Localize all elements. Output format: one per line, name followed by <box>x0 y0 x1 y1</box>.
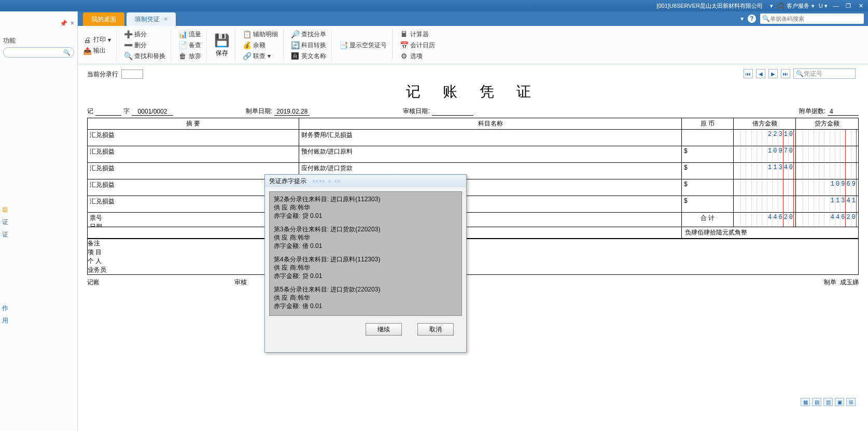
close-panel-icon[interactable]: × <box>71 20 74 27</box>
recheck-button[interactable]: 📄备查 <box>178 41 201 50</box>
pin-icon[interactable]: 📌 <box>60 20 67 27</box>
dialog-titlebar[interactable]: 凭证赤字提示 ▪▪▪▪ ▪ ▪▪ <box>265 175 466 187</box>
cancel-button[interactable]: 取消 <box>417 323 454 336</box>
restore-button[interactable]: ❐ <box>844 3 852 9</box>
table-row[interactable]: 汇兑损益$10969 <box>88 179 858 196</box>
table-row[interactable]: 汇兑损益应付账款/进口货款$11340 <box>88 163 858 179</box>
side-link[interactable]: 用 <box>2 314 8 327</box>
show-blank-voucher-button[interactable]: 📑显示空凭证号 <box>339 41 387 50</box>
grid-tool-icons: ▦ ▤ ▥ ▣ ⊞ <box>801 398 856 406</box>
u-menu[interactable]: U ▾ <box>819 3 828 9</box>
cell-subject[interactable]: 财务费用/汇兑损益 <box>299 130 682 146</box>
flow-button[interactable]: 📊流量 <box>178 30 201 39</box>
header-credit: 贷方金额 <box>796 118 858 129</box>
tab-voucher[interactable]: 填制凭证 × <box>127 12 176 26</box>
cell-credit[interactable]: 10969 <box>796 179 858 196</box>
cell-debit[interactable]: 10970 <box>734 146 796 162</box>
remark-project: 项 目 <box>88 248 858 257</box>
ji-label: 记 <box>87 107 93 116</box>
cell-debit[interactable]: 11340 <box>734 163 796 179</box>
next-button[interactable]: ▶ <box>768 69 778 78</box>
cell-currency[interactable]: $ <box>682 196 734 212</box>
abandon-button[interactable]: 🗑放弃 <box>178 52 201 61</box>
find-icon: 🔍 <box>124 52 132 60</box>
print-button[interactable]: 🖨打印 ▾ <box>83 35 111 44</box>
first-button[interactable]: ⏮ <box>744 69 753 78</box>
function-search[interactable]: 🔍 <box>3 47 74 58</box>
cell-credit[interactable] <box>796 130 858 146</box>
calculator-button[interactable]: 🖩计算器 <box>400 30 435 39</box>
close-tab-icon[interactable]: × <box>164 16 167 23</box>
cell-subject[interactable]: 预付账款/进口原料 <box>299 146 682 162</box>
btn-label: 保存 <box>216 49 228 58</box>
cell-currency[interactable] <box>682 130 734 146</box>
prev-button[interactable]: ◀ <box>756 69 765 78</box>
btn-label: 删分 <box>134 41 147 50</box>
save-button[interactable]: 💾保存 <box>214 33 230 58</box>
side-link[interactable]: 作 <box>2 302 8 314</box>
link-icon: 🔗 <box>243 52 251 60</box>
help-icon[interactable]: ? <box>748 15 756 23</box>
dialog-title: 凭证赤字提示 <box>269 177 306 186</box>
makedate-value[interactable]: 2019.02.28 <box>274 108 310 116</box>
cell-debit[interactable]: 22310 <box>734 130 796 146</box>
title-bar: [001]U8SERVER昆山太田新材料有限公司 ▾ 🎧 客户服务 ▾ U ▾ … <box>0 0 868 11</box>
cell-credit[interactable] <box>796 146 858 162</box>
export-button[interactable]: 📤输出 <box>83 46 111 55</box>
joint-search-button[interactable]: 🔗联查 ▾ <box>243 52 278 61</box>
detail-icon: 📋 <box>243 30 251 38</box>
cell-credit[interactable] <box>796 163 858 179</box>
remark-body: 项 目 个 人 业务员 <box>88 248 858 274</box>
search-icon: 🔍 <box>63 49 71 56</box>
tab-strip: 我的桌面 填制凭证 × ▾ ? 🔍 <box>0 11 868 26</box>
voucher-no-search[interactable]: 🔍 凭证号 <box>793 68 856 79</box>
current-row-input[interactable] <box>121 69 143 79</box>
cell-debit[interactable] <box>734 179 796 196</box>
cell-summary[interactable]: 汇兑损益 <box>88 130 299 146</box>
table-row[interactable]: 汇兑损益$11341 <box>88 196 858 213</box>
side-link[interactable]: 证 <box>2 228 8 241</box>
close-button[interactable]: ✕ <box>857 3 865 9</box>
side-link-active[interactable]: 益 <box>2 203 8 216</box>
table-row[interactable]: 汇兑损益预付账款/进口原料$10970 <box>88 146 858 163</box>
dropdown-icon[interactable]: ▾ <box>770 3 773 9</box>
tool-icon[interactable]: ⊞ <box>846 398 856 406</box>
dialog-body[interactable]: 第2条分录往来科目: 进口原料(112303)供 应 商:韩华赤字金额: 贷 0… <box>269 191 462 316</box>
aux-detail-button[interactable]: 📋辅助明细 <box>243 30 278 39</box>
english-name-button[interactable]: 🅰英文名称 <box>291 52 326 61</box>
balance-button[interactable]: 💰余额 <box>243 41 278 50</box>
calendar-button[interactable]: 📅会计日历 <box>400 41 435 50</box>
attach-value[interactable]: 4 <box>828 108 859 116</box>
continue-button[interactable]: 继续 <box>366 323 402 336</box>
tab-desktop[interactable]: 我的桌面 <box>83 12 124 26</box>
dialog-title-extra: ▪▪▪▪ ▪ ▪▪ <box>313 177 341 185</box>
tool-icon[interactable]: ▤ <box>812 398 821 406</box>
dropdown-icon[interactable]: ▾ <box>740 15 744 22</box>
delete-row-button[interactable]: ➖删分 <box>124 41 165 50</box>
tool-icon[interactable]: ▦ <box>801 398 810 406</box>
find-entry-button[interactable]: 🔎查找分单 <box>291 30 326 39</box>
subject-convert-button[interactable]: 🔄科目转换 <box>291 41 326 50</box>
options-button[interactable]: ⚙选项 <box>400 52 435 61</box>
side-link[interactable]: 证 <box>2 216 8 228</box>
last-button[interactable]: ⏭ <box>781 69 790 78</box>
minimize-button[interactable]: — <box>832 3 840 9</box>
tool-icon[interactable]: ▥ <box>823 398 833 406</box>
cell-currency[interactable]: $ <box>682 163 734 179</box>
cell-currency[interactable]: $ <box>682 146 734 162</box>
cell-summary[interactable]: 汇兑损益 <box>88 146 299 162</box>
insert-row-button[interactable]: ➕插分 <box>124 30 165 39</box>
save-icon: 💾 <box>214 33 230 48</box>
blank-icon: 📑 <box>339 41 347 49</box>
barcode-search[interactable]: 🔍 <box>760 13 864 24</box>
table-row[interactable]: 汇兑损益财务费用/汇兑损益22310 <box>88 130 858 146</box>
cell-currency[interactable]: $ <box>682 179 734 196</box>
tool-icon[interactable]: ▣ <box>835 398 844 406</box>
voucher-type-input[interactable] <box>95 115 121 116</box>
find-replace-button[interactable]: 🔍查找和替换 <box>124 52 165 61</box>
cell-credit[interactable]: 11341 <box>796 196 858 212</box>
en-icon: 🅰 <box>291 52 299 60</box>
cell-debit[interactable] <box>734 196 796 212</box>
barcode-search-input[interactable] <box>770 16 862 22</box>
customer-service[interactable]: 🎧 客户服务 ▾ <box>777 2 815 10</box>
